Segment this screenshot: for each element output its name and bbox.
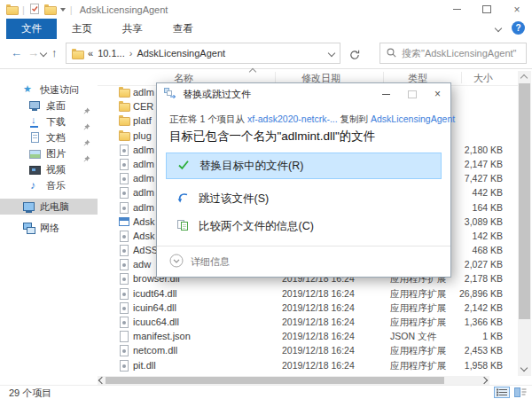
copy-source-link[interactable]: xf-adsk2020-netcrk-... <box>247 113 338 124</box>
minimize-button[interactable] <box>442 0 472 19</box>
column-header-size[interactable]: 大小 <box>473 72 493 85</box>
recent-locations-icon[interactable] <box>40 50 47 57</box>
sidebar-item[interactable]: 视频 <box>0 161 98 177</box>
sidebar-item-label: 此电脑 <box>40 200 69 214</box>
file-name: Adsk <box>133 231 154 241</box>
back-icon[interactable]: ← <box>11 47 22 59</box>
file-icon <box>119 345 129 356</box>
file-icon <box>119 288 129 299</box>
forward-icon[interactable]: → <box>27 47 39 59</box>
chevron-down-circle-icon <box>169 254 184 270</box>
table-row[interactable]: icudt64.dll 2019/12/18 16:24 应用程序扩展 26,8… <box>98 286 518 301</box>
sidebar-item[interactable]: 图片 <box>0 145 98 161</box>
sidebar-item[interactable]: 音乐 <box>0 177 98 193</box>
sort-ascending-icon <box>249 68 256 75</box>
breadcrumb-parent[interactable]: 10.1... <box>98 48 125 59</box>
sidebar-item-icon <box>29 132 41 144</box>
sidebar-item-icon <box>29 164 41 176</box>
file-size: 1 KB <box>434 331 503 341</box>
ribbon-tab-bar: 文件 主页 共享 查看 <box>0 19 532 40</box>
replace-file-option[interactable]: 替换目标中的文件(R) <box>166 153 442 179</box>
new-folder-icon[interactable] <box>44 4 56 14</box>
properties-icon[interactable] <box>29 2 40 18</box>
file-size: 2,453 KB <box>434 345 503 356</box>
scroll-up-icon[interactable] <box>520 74 528 82</box>
file-name: adlm <box>133 145 154 155</box>
details-expander[interactable]: 详细信息 <box>169 253 230 270</box>
address-dropdown-icon[interactable] <box>328 50 335 57</box>
details-label: 详细信息 <box>191 255 230 269</box>
large-icons-view-button[interactable] <box>512 387 528 398</box>
file-name: adlm <box>133 87 154 98</box>
file-size: 2,142 KB <box>434 302 503 313</box>
navigation-pane: 快速访问 桌面 下载 文档 <box>0 71 98 376</box>
file-date: 2019/12/18 16:24 <box>282 360 355 371</box>
file-name: adlm <box>133 202 154 213</box>
sidebar-item[interactable]: 文档 <box>0 129 98 145</box>
file-name: Adsk <box>133 216 154 227</box>
vertical-scrollbar-thumb[interactable] <box>519 83 530 319</box>
file-name: icuuc64.dll <box>133 317 179 327</box>
file-icon <box>119 202 129 213</box>
file-icon <box>119 130 129 141</box>
maximize-button[interactable] <box>472 0 502 19</box>
ribbon-right-controls: ? <box>496 21 525 35</box>
file-name: adlm <box>133 159 154 169</box>
file-icon <box>119 302 129 313</box>
check-icon <box>177 160 190 173</box>
refresh-icon[interactable] <box>349 48 360 64</box>
details-view-button[interactable] <box>494 387 510 398</box>
sidebar-item[interactable]: 此电脑 <box>0 199 98 215</box>
search-input[interactable]: 搜索"AdskLicensingAgent" <box>379 43 527 64</box>
sidebar-item[interactable]: 网络 <box>0 220 98 236</box>
sidebar-item-label: 快速访问 <box>40 83 79 97</box>
replace-skip-dialog: 替换或跳过文件 × 正在将 1 个项目从 xf-adsk2020-netcrk-… <box>156 82 451 278</box>
expand-ribbon-icon[interactable] <box>495 24 502 31</box>
file-name: adlm <box>133 187 154 198</box>
ribbon-tab[interactable]: 查看 <box>158 19 208 39</box>
file-icon <box>119 259 129 270</box>
file-date: 2019/12/18 16:24 <box>282 302 355 313</box>
horizontal-scrollbar[interactable] <box>98 376 489 385</box>
horizontal-scrollbar-thumb[interactable] <box>106 377 444 384</box>
skip-file-option[interactable]: 跳过该文件(S) <box>166 187 442 211</box>
breadcrumb-current[interactable]: AdskLicensingAgent <box>137 48 225 59</box>
ribbon-tab[interactable]: 共享 <box>107 19 158 39</box>
sidebar-item[interactable]: 快速访问 <box>0 82 98 98</box>
table-row[interactable]: icuuc64.dll 2019/12/18 16:24 应用程序扩展 1,36… <box>98 315 518 329</box>
skip-option-label: 跳过该文件(S) <box>199 192 269 207</box>
titlebar: | | AdskLicensingAgent × <box>0 0 532 19</box>
dialog-close-button[interactable]: × <box>425 83 450 105</box>
scroll-right-icon[interactable] <box>481 377 488 384</box>
file-icon <box>119 87 129 98</box>
breadcrumb[interactable]: « 10.1... › AdskLicensingAgent <box>66 43 340 64</box>
table-row[interactable]: netcom.dll 2019/12/18 16:24 应用程序扩展 2,453… <box>98 343 518 357</box>
copy-destination-link[interactable]: AdskLicensingAgent <box>371 113 455 124</box>
vertical-scrollbar[interactable] <box>518 71 531 376</box>
ribbon-tab[interactable]: 主页 <box>57 19 107 39</box>
sidebar-item-icon <box>29 180 41 192</box>
sidebar-item[interactable]: 下载 <box>0 113 98 129</box>
folder-icon <box>6 4 18 14</box>
close-button[interactable]: × <box>502 0 532 19</box>
file-date: 2019/12/18 16:24 <box>282 331 355 341</box>
table-row[interactable]: manifest.json 2019/12/18 16:24 JSON 文件 1… <box>98 329 518 343</box>
scroll-down-icon[interactable] <box>520 364 528 372</box>
breadcrumb-overflow[interactable]: « <box>88 48 93 59</box>
scroll-left-icon[interactable] <box>98 377 106 384</box>
table-row[interactable]: icuin64.dll 2019/12/18 16:24 应用程序扩展 2,14… <box>98 301 518 315</box>
sidebar-item-label: 图片 <box>46 147 66 160</box>
ribbon-tab[interactable]: 文件 <box>6 19 57 39</box>
window-title: AdskLicensingAgent <box>80 4 168 15</box>
file-icon <box>119 231 129 241</box>
up-icon[interactable]: ↑ <box>51 47 58 59</box>
sidebar-item[interactable]: 桌面 <box>0 98 98 113</box>
file-icon <box>119 173 129 184</box>
table-row[interactable]: pit.dll 2019/12/18 16:24 应用程序扩展 1,958 KB <box>98 358 518 372</box>
compare-option-label: 比较两个文件的信息(C) <box>199 219 314 234</box>
dialog-minimize-button[interactable] <box>373 83 399 105</box>
copy-line-prefix: 正在将 1 个项目从 <box>169 113 245 124</box>
help-icon[interactable]: ? <box>512 21 525 35</box>
compare-files-option[interactable]: 比较两个文件的信息(C) <box>166 215 442 239</box>
customize-toolbar-icon[interactable] <box>60 8 66 12</box>
